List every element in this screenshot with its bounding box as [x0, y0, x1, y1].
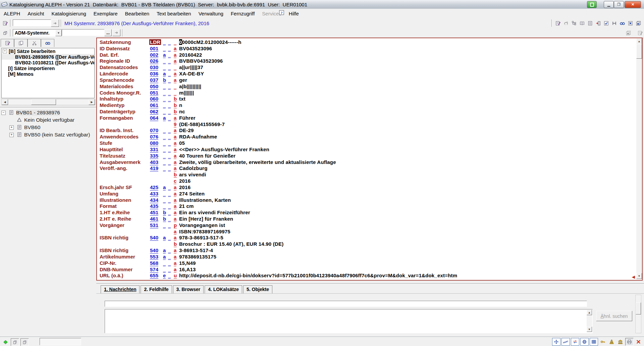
field-tag[interactable]: 451 — [150, 210, 158, 216]
expand-icon[interactable]: + — [9, 125, 14, 130]
field-tag[interactable]: 540 — [150, 235, 158, 241]
field-value[interactable]: m||||||| — [179, 90, 194, 96]
field-value[interactable]: ger — [179, 77, 187, 83]
field-value[interactable]: 274 Seiten — [179, 191, 205, 196]
field-indicator[interactable]: _ — [168, 102, 171, 108]
field-value[interactable]: DE-29 — [179, 127, 194, 133]
record-field-row[interactable]: Umfang433__a274 Seiten — [97, 191, 630, 197]
field-indicator[interactable]: _ — [163, 203, 166, 209]
field-tag[interactable]: 002 — [150, 52, 158, 58]
record-field-row[interactable]: bBroschur : EUR 15.40 (AT), EUR 14.90 (D… — [97, 241, 630, 247]
subfield-code[interactable]: _ — [174, 83, 176, 90]
field-indicator[interactable]: _ — [168, 134, 171, 140]
field-tag[interactable]: 037 — [150, 77, 158, 83]
help-icon[interactable]: ? — [279, 10, 284, 16]
field-indicator[interactable]: b — [163, 216, 166, 222]
field-indicator[interactable]: _ — [168, 147, 171, 153]
search-icon-button[interactable] — [619, 19, 626, 27]
collapse-icon[interactable]: − — [1, 111, 6, 115]
scroll-up-icon[interactable]: ▲ — [587, 310, 592, 315]
field-value[interactable]: BVBBV043523096 — [179, 58, 223, 64]
field-value[interactable]: 2016 — [179, 178, 191, 184]
edit-record-icon[interactable] — [1, 19, 9, 27]
field-value[interactable]: ISBN:9783897169975 — [179, 229, 230, 234]
sidebar-tab-copy-records-tab[interactable] — [14, 39, 28, 47]
scroll-up-icon[interactable]: ▲ — [636, 38, 642, 44]
field-value[interactable]: Cadolzburg — [179, 165, 208, 171]
field-value[interactable]: Führer — [179, 115, 196, 121]
close-record-icon-button[interactable] — [627, 19, 634, 27]
record-field-row[interactable]: Anwendercodes076__aRDA-Aufnahme — [97, 134, 630, 140]
field-tag[interactable]: 036 — [150, 71, 158, 77]
field-indicator[interactable]: _ — [168, 64, 171, 70]
record-field-row[interactable]: Vorgänger531__pVorangegangen ist — [97, 222, 630, 229]
field-indicator[interactable]: _ — [163, 260, 166, 266]
record-field-row[interactable]: Materialcodes050___a|b|||||||||| — [97, 83, 630, 90]
tree-horizontal-scrollbar[interactable]: ◀ ▶ — [1, 99, 95, 105]
browse-button[interactable]: ... — [104, 29, 112, 36]
full-view-icon-button[interactable] — [586, 19, 594, 27]
subfield-code[interactable]: a — [174, 153, 176, 159]
field-indicator[interactable]: _ — [168, 247, 171, 253]
field-indicator[interactable]: a — [163, 71, 166, 77]
exit-record-icon-button[interactable] — [594, 19, 602, 27]
field-indicator[interactable]: _ — [163, 191, 166, 197]
subfield-code[interactable]: a — [174, 210, 176, 216]
bottom-pane-scrollbar[interactable] — [635, 295, 641, 333]
tree-item[interactable]: BVB01-28938976 ([Der Ausflugs-Ve — [2, 54, 94, 60]
record-field-row[interactable]: 1.HT e.Reihe451b_aEin ars vivendi Freize… — [97, 210, 630, 216]
field-indicator[interactable]: _ — [168, 77, 171, 83]
copy-record-icon[interactable] — [1, 29, 9, 37]
tree-item[interactable]: [I] Sätze importieren — [2, 65, 94, 71]
subfield-code[interactable]: a — [174, 52, 176, 58]
field-value[interactable]: a|b|||||||||| — [179, 83, 201, 89]
record-field-row[interactable]: ID Bearb. Inst.070__aDE-29 — [97, 127, 630, 134]
field-value[interactable]: RDA-Aufnahme — [179, 134, 217, 139]
record-field-row[interactable]: aISBN:9783897169975 — [97, 229, 630, 235]
field-indicator[interactable]: _ — [168, 159, 171, 165]
field-indicator[interactable]: _ — [168, 267, 171, 273]
field-value[interactable]: 16,A13 — [179, 267, 196, 272]
adm-selector[interactable]: ADM-Systemnr. ▼ — [13, 29, 62, 37]
subfield-code[interactable]: a — [174, 115, 176, 121]
swap-icon-button[interactable] — [571, 338, 579, 346]
field-value[interactable]: (DE-588)4155569-7 — [179, 121, 225, 127]
subfield-code[interactable]: _ — [174, 64, 176, 70]
key-icon-button[interactable] — [599, 338, 607, 345]
record-field-row[interactable]: Datensatzcodes030___a||ur|||||37 — [97, 64, 630, 71]
menu-hilfe[interactable]: Hilfe — [285, 9, 303, 18]
field-value[interactable]: 2016 — [179, 184, 191, 190]
field-tag[interactable]: 062 — [150, 109, 158, 115]
tree-item[interactable]: −[B] Sätze bearbeiten — [2, 48, 94, 54]
subfield-code[interactable]: b — [174, 96, 177, 102]
field-indicator[interactable]: _ — [163, 222, 166, 228]
field-indicator[interactable]: _ — [168, 165, 171, 171]
subfield-code[interactable]: a — [174, 77, 176, 83]
field-value[interactable]: 00000cM2.01200024------h — [179, 39, 241, 45]
field-indicator[interactable]: _ — [168, 140, 171, 146]
menu-ansicht[interactable]: Ansicht — [24, 9, 48, 18]
field-indicator[interactable]: _ — [168, 90, 171, 96]
field-indicator[interactable]: _ — [163, 96, 166, 102]
scrollbar-thumb[interactable] — [636, 302, 641, 314]
menu-verwaltung[interactable]: Verwaltung — [195, 9, 227, 18]
field-indicator[interactable]: _ — [163, 134, 166, 140]
field-indicator[interactable]: _ — [163, 64, 166, 70]
move-icon-button[interactable] — [552, 338, 560, 346]
field-tag[interactable]: 553 — [150, 254, 158, 260]
field-indicator[interactable]: _ — [168, 127, 171, 133]
record-field-row[interactable]: c2016 — [97, 178, 630, 184]
field-tag[interactable]: 655 — [150, 273, 158, 279]
book-view-icon-button[interactable] — [578, 19, 586, 27]
field-tag[interactable]: 076 — [150, 134, 158, 140]
record-field-row[interactable]: Codes Monogr.R.051___m||||||| — [97, 90, 630, 96]
editor-vertical-scrollbar[interactable]: ▲ ▼ — [636, 38, 642, 279]
field-indicator[interactable]: _ — [163, 109, 166, 115]
grid-icon-button[interactable] — [590, 338, 598, 346]
field-indicator[interactable]: _ — [168, 83, 171, 90]
field-value[interactable]: nc — [179, 109, 185, 114]
record-field-row[interactable]: Medientyp061__bn — [97, 102, 630, 109]
scroll-right-icon[interactable]: ▶ — [89, 99, 95, 105]
record-field-row[interactable]: Dat. Erf.002a_a20160422 — [97, 52, 630, 58]
field-value[interactable]: BV043523096 — [179, 46, 212, 51]
